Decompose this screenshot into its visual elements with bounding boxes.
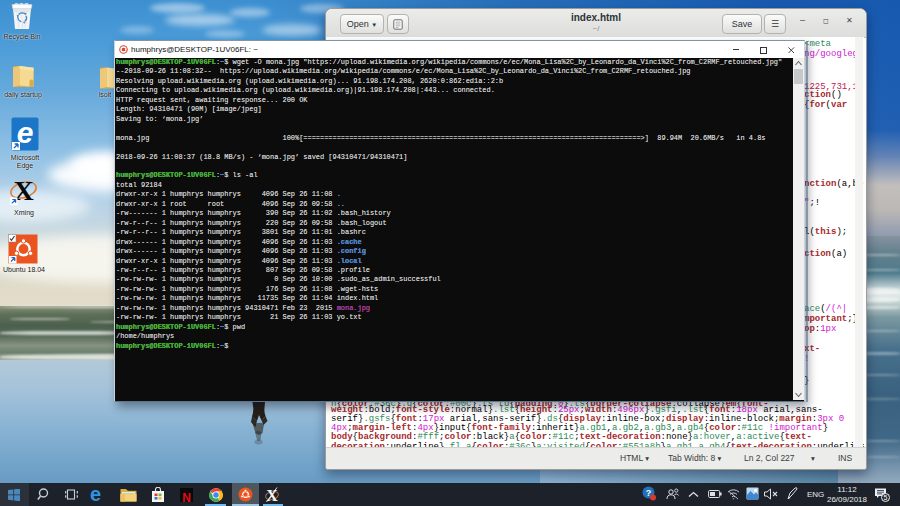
svg-text:5: 5 (884, 494, 888, 501)
